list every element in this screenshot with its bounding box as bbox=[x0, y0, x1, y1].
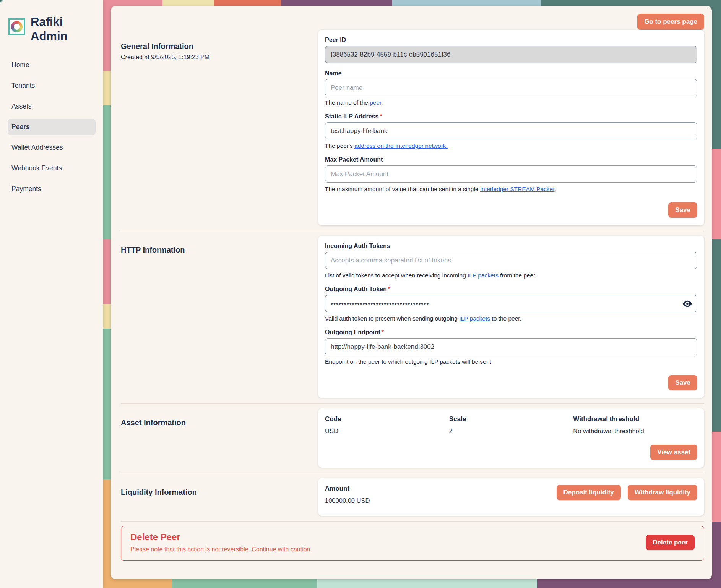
ilp-packets-link[interactable]: ILP packets bbox=[468, 272, 499, 279]
peer-id-field: Peer ID bbox=[325, 37, 697, 63]
outgoing-endpoint-field: Outgoing Endpoint* Endpoint on the peer … bbox=[325, 329, 697, 365]
section-title-liquidity: Liquidity Information bbox=[121, 488, 318, 497]
app-title: Rafiki Admin bbox=[31, 15, 76, 43]
outgoing-endpoint-label: Outgoing Endpoint* bbox=[325, 329, 697, 336]
max-packet-amount-label: Max Packet Amount bbox=[325, 156, 697, 163]
asset-threshold-value: No withdrawal threshhold bbox=[573, 428, 697, 435]
deposit-liquidity-button[interactable]: Deposit liquidity bbox=[557, 485, 621, 500]
asset-grid: Code USD Scale 2 Withdrawal threshold No… bbox=[325, 415, 697, 435]
outgoing-auth-token-help: Valid auth token to present when sending… bbox=[325, 315, 697, 322]
help-text: Valid auth token to present when sending… bbox=[325, 315, 459, 322]
created-at-text: Created at 9/5/2025, 1:19:23 PM bbox=[121, 54, 318, 61]
section-liquidity-information: Liquidity Information Amount 100000.00 U… bbox=[111, 478, 712, 516]
background-shape bbox=[711, 432, 721, 522]
withdraw-liquidity-button[interactable]: Withdraw liquidity bbox=[628, 485, 697, 500]
help-text: to the peer. bbox=[490, 315, 521, 322]
background-shape bbox=[711, 149, 721, 239]
sidebar-item-tenants[interactable]: Tenants bbox=[8, 78, 96, 94]
help-text: . bbox=[555, 186, 556, 192]
peer-name-label: Name bbox=[325, 70, 697, 77]
http-save-button[interactable]: Save bbox=[668, 375, 697, 390]
sidebar-nav: Home Tenants Assets Peers Wallet Address… bbox=[8, 57, 96, 201]
incoming-auth-tokens-field: Incoming Auth Tokens List of valid token… bbox=[325, 243, 697, 279]
asset-scale-label: Scale bbox=[449, 415, 573, 423]
liquidity-amount-value: 100000.00 USD bbox=[325, 497, 370, 504]
sidebar-item-wallet-addresses[interactable]: Wallet Addresses bbox=[8, 139, 96, 156]
sidebar-item-webhook-events[interactable]: Webhook Events bbox=[8, 160, 96, 177]
incoming-auth-tokens-input[interactable] bbox=[325, 252, 697, 269]
peer-name-help: The name of the peer. bbox=[325, 99, 697, 106]
help-text: from the peer. bbox=[499, 272, 537, 279]
sidebar-item-home[interactable]: Home bbox=[8, 57, 96, 73]
section-title-general: General Information bbox=[121, 42, 318, 51]
required-asterisk: * bbox=[388, 286, 390, 292]
max-packet-amount-help: The maximum amount of value that can be … bbox=[325, 186, 697, 193]
general-save-button[interactable]: Save bbox=[668, 202, 697, 218]
section-http-information: HTTP Information Incoming Auth Tokens Li… bbox=[111, 236, 712, 398]
liquidity-buttons: Deposit liquidity Withdraw liquidity bbox=[557, 485, 697, 500]
peer-link[interactable]: peer bbox=[370, 99, 381, 106]
rafiki-logo-icon bbox=[8, 18, 25, 35]
section-divider bbox=[121, 403, 704, 404]
asset-code-value: USD bbox=[325, 428, 449, 435]
asset-scale-column: Scale 2 bbox=[449, 415, 573, 435]
page-header: Go to peers page bbox=[111, 6, 712, 30]
ilp-packets-link[interactable]: ILP packets bbox=[459, 315, 490, 322]
asset-panel: Code USD Scale 2 Withdrawal threshold No… bbox=[318, 408, 704, 468]
toggle-password-visibility-button[interactable] bbox=[682, 298, 693, 309]
section-title-http: HTTP Information bbox=[121, 246, 318, 254]
required-asterisk: * bbox=[382, 329, 384, 335]
required-asterisk: * bbox=[380, 113, 382, 120]
asset-threshold-label: Withdrawal threshold bbox=[573, 415, 697, 423]
general-save-row: Save bbox=[325, 202, 697, 218]
http-form-panel: Incoming Auth Tokens List of valid token… bbox=[318, 236, 704, 398]
max-packet-amount-input[interactable] bbox=[325, 165, 697, 183]
asset-code-column: Code USD bbox=[325, 415, 449, 435]
help-text: The name of the bbox=[325, 99, 370, 106]
static-ilp-address-input[interactable] bbox=[325, 122, 697, 139]
peer-name-input[interactable] bbox=[325, 79, 697, 96]
static-ilp-address-help: The peer's address on the Interledger ne… bbox=[325, 143, 697, 149]
label-text: Static ILP Address bbox=[325, 113, 379, 120]
section-title-asset: Asset Information bbox=[121, 418, 318, 427]
outgoing-auth-token-input[interactable] bbox=[325, 295, 697, 312]
peer-id-input bbox=[325, 46, 697, 63]
delete-peer-box: Delete Peer Please note that this action… bbox=[121, 526, 704, 561]
section-divider bbox=[121, 231, 704, 231]
help-text: The peer's bbox=[325, 143, 354, 149]
liquidity-panel: Amount 100000.00 USD Deposit liquidity W… bbox=[318, 478, 704, 516]
delete-peer-button[interactable]: Delete peer bbox=[646, 535, 695, 550]
section-asset-information: Asset Information Code USD Scale 2 Withd… bbox=[111, 408, 712, 468]
background-strip-right bbox=[711, 0, 721, 588]
general-heading-block: General Information Created at 9/5/2025,… bbox=[121, 30, 318, 61]
main-content: Go to peers page General Information Cre… bbox=[111, 6, 712, 579]
password-wrap bbox=[325, 295, 697, 312]
static-ilp-address-label: Static ILP Address* bbox=[325, 113, 697, 120]
asset-scale-value: 2 bbox=[449, 428, 573, 435]
general-form-panel: Peer ID Name The name of the peer. Stati… bbox=[318, 30, 704, 225]
incoming-auth-tokens-label: Incoming Auth Tokens bbox=[325, 243, 697, 249]
outgoing-endpoint-help: Endpoint on the peer to which outgoing I… bbox=[325, 358, 697, 365]
sidebar-item-payments[interactable]: Payments bbox=[8, 181, 96, 197]
eye-icon bbox=[682, 298, 693, 309]
view-asset-button[interactable]: View asset bbox=[650, 445, 697, 460]
go-to-peers-button[interactable]: Go to peers page bbox=[637, 14, 704, 30]
max-packet-amount-field: Max Packet Amount The maximum amount of … bbox=[325, 156, 697, 193]
outgoing-endpoint-input[interactable] bbox=[325, 338, 697, 355]
sidebar-item-peers[interactable]: Peers bbox=[8, 119, 96, 135]
section-divider bbox=[121, 473, 704, 473]
stream-packet-link[interactable]: Interledger STREAM Packet bbox=[480, 186, 555, 192]
sidebar-item-assets[interactable]: Assets bbox=[8, 98, 96, 115]
asset-button-row: View asset bbox=[325, 445, 697, 460]
help-text: The maximum amount of value that can be … bbox=[325, 186, 480, 192]
section-divider bbox=[121, 521, 704, 522]
liquidity-amount-label: Amount bbox=[325, 485, 370, 492]
background-shape bbox=[711, 0, 721, 149]
http-save-row: Save bbox=[325, 375, 697, 390]
delete-peer-warning: Please note that this action is not reve… bbox=[130, 546, 312, 553]
interledger-address-link[interactable]: address on the Interledger network. bbox=[354, 143, 448, 149]
outgoing-auth-token-label: Outgoing Auth Token* bbox=[325, 286, 697, 293]
sidebar: Rafiki Admin Home Tenants Assets Peers W… bbox=[0, 0, 103, 588]
asset-code-label: Code bbox=[325, 415, 449, 423]
label-text: Outgoing Auth Token bbox=[325, 286, 387, 292]
